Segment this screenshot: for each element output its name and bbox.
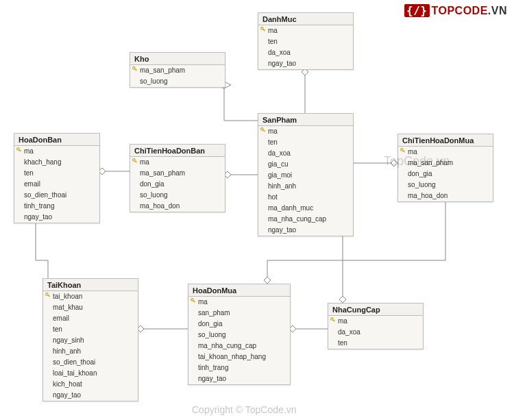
column-name: ma_san_pham [140,169,185,178]
column-name: so_luong [140,190,168,200]
svg-marker-9 [339,296,346,303]
column-name: kich_hoat [53,380,82,389]
column-name: hinh_anh [268,182,296,191]
column-name: ma_hoa_don [408,191,448,201]
table-title: NhaCungCap [328,304,423,316]
column-row: ma_san_pham [398,158,493,169]
column-name: ma_danh_muc [268,203,313,213]
column-row: so_luong [188,330,290,341]
column-row: ma [188,297,290,308]
column-name: tai_khoan_nhap_hang [198,352,266,362]
logo-suffix: .VN [488,5,507,16]
column-name: ma [268,127,278,136]
column-row: ma_san_pham [130,168,225,179]
column-name: gia_cu [268,160,288,169]
column-name: da_xoa [338,328,360,337]
column-row: hinh_anh [43,346,138,357]
column-name: so_luong [198,330,226,340]
column-name: mat_khau [53,303,83,312]
column-name: ngay_tao [268,225,296,235]
column-row: don_gia [188,319,290,330]
column-row: so_dien_thoai [43,357,138,368]
svg-marker-8 [264,277,271,284]
column-row: ngay_tao [258,58,353,69]
key-icon [260,127,266,133]
column-row: ma [398,147,493,158]
column-name: ngay_tao [53,391,81,400]
column-name: khach_hang [24,158,62,167]
column-name: email [53,314,69,323]
column-name: ma [338,317,347,326]
column-name: ngay_tao [198,374,226,384]
column-row: loai_tai_khoan [43,368,138,379]
column-row: tai_khoan_nhap_hang [188,351,290,362]
column-name: hinh_anh [53,347,81,356]
svg-marker-3 [391,160,397,166]
column-row: ma_san_pham [130,65,225,76]
column-row: ma [258,126,353,137]
column-row: ma_danh_muc [258,203,353,214]
table-Kho: Khoma_san_phamso_luong [130,52,225,88]
table-HoaDonBan: HoaDonBanmakhach_hangtenemailso_dien_tho… [14,133,100,223]
column-row: ma_nha_cung_cap [258,214,353,225]
column-name: so_luong [140,77,168,86]
column-name: ten [268,37,278,47]
column-row: ma_hoa_don [398,190,493,201]
column-row: ten [328,338,423,349]
column-name: ten [24,169,34,178]
column-row: hot [258,192,353,203]
logo-brace: {/} [404,4,429,17]
logo-name: TOPCODE [432,5,488,16]
column-row: gia_cu [258,159,353,170]
table-title: SanPham [258,114,353,126]
table-title: Kho [130,53,225,65]
column-name: ma [24,147,34,156]
key-icon [132,158,138,164]
column-name: loai_tai_khoan [53,369,97,378]
column-name: san_pham [198,308,230,318]
column-row: ten [43,324,138,335]
column-row: ngay_tao [188,373,290,384]
column-row: hinh_anh [258,181,353,192]
column-row: da_xoa [258,47,353,58]
column-row: ma [14,146,99,157]
column-name: ngay_tao [268,59,296,69]
column-row: ma [130,157,225,168]
column-name: email [24,180,40,189]
column-name: don_gia [408,169,432,179]
key-icon [45,293,51,298]
column-row: kich_hoat [43,379,138,390]
column-row: ngay_tao [258,225,353,236]
column-name: ngay_sinh [53,336,84,345]
column-row: don_gia [130,179,225,190]
column-name: so_luong [408,180,436,190]
column-row: email [43,313,138,324]
table-title: ChiTienHoaDonMua [398,134,493,147]
column-name: ten [53,325,62,334]
table-ChiTienHoaDonMua: ChiTienHoaDonMuamama_san_phamdon_giaso_l… [397,134,493,202]
column-row: so_dien_thoai [14,190,99,201]
column-name: ma_san_pham [140,66,185,75]
column-name: ma_nha_cung_cap [198,341,256,351]
logo: {/}TOPCODE.VN [404,4,507,17]
column-name: ma_san_pham [408,158,453,168]
column-row: ten [258,36,353,47]
table-TaiKhoan: TaiKhoantai_khoanmat_khauemailtenngay_si… [42,278,138,402]
column-name: ma_hoa_don [140,201,180,211]
key-icon [132,66,138,72]
watermark-bottom: Copyright © TopCode.vn [192,404,296,415]
column-name: da_xoa [268,48,291,58]
column-row: da_xoa [328,327,423,338]
column-row: ma [258,25,353,36]
column-row: so_luong [130,76,225,87]
column-row: tinh_trang [14,201,99,212]
column-name: tai_khoan [53,292,82,301]
column-row: mat_khau [43,302,138,313]
table-title: HoaDonMua [188,284,290,297]
column-row: don_gia [398,169,493,180]
table-DanhMuc: DanhMucmatenda_xoangay_tao [258,12,354,70]
column-row: email [14,179,99,190]
key-icon [191,298,196,304]
column-row: san_pham [188,308,290,319]
column-row: tai_khoan [43,291,138,302]
